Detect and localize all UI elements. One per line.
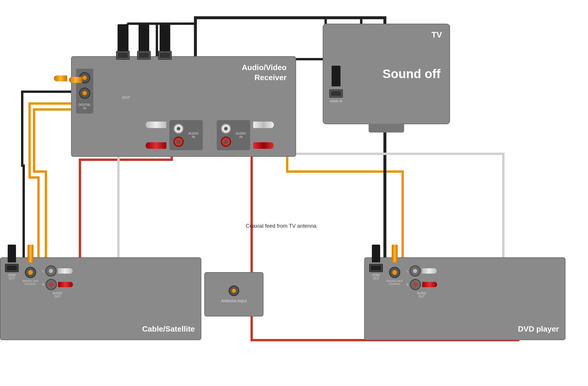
receiver-hdmi-port-2 [137,24,151,60]
receiver-hdmi-port-1 [116,24,130,60]
dvd-hdmi-out-group: HDMIOUT [369,264,383,280]
tv-box: TV Sound off HDMI IN [323,24,450,124]
receiver-box: OUT Audio/VideoReceiver DIGITALIN [71,56,296,157]
audio-in-label-1: AUDIOIN [188,132,199,139]
digital-in-label: DIGITALIN [78,103,91,110]
dvd-audio-out-group: L R [407,264,437,298]
hdmi-out-label: OUT [122,95,130,100]
receiver-hdmi-port-3 [158,24,172,60]
audio-in-label-2: AUDIOIN [236,132,246,139]
antenna-port [229,285,239,296]
cable-hdmi-out-group: HDMIOUT [5,264,19,280]
cable-hdmi-out-label: HDMIOUT [8,274,16,280]
antenna-label: Antenna Input [221,298,247,303]
dvd-label: DVD player [518,324,559,334]
diagram-container: OUT Audio/VideoReceiver DIGITALIN [0,0,588,386]
audio-in-white-port-2 [221,124,231,134]
cable-satellite-box: Cable/Satellite HDMIOUT DIGITAL [0,257,201,340]
tv-hdmi-in: HDMI IN [329,66,343,103]
audio-in-panel-right: AUDIOIN [217,120,250,150]
dvd-hdmi-out-label: HDMIOUT [372,274,380,280]
audio-in-panel-left: AUDIOIN [169,120,203,150]
dvd-digital-out-label: DIGITAL OUTCOAXIAL [386,280,403,285]
cable-audio-out-group: L R [42,264,73,298]
audio-in-red-port-2 [221,137,231,147]
digital-in-port-2 [79,88,90,99]
tv-stand [369,124,404,133]
cable-audio-out-label: AUDIOOUT [53,292,62,298]
dvd-digital-out-group: DIGITAL OUTCOAXIAL [386,264,403,285]
antenna-input-box: Antenna Input [204,272,264,316]
dvd-audio-out-label: AUDIOOUT [417,292,426,298]
coaxial-feed-label: Coaxial feed from TV antenna [246,222,317,230]
dvd-player-box: DVD player HDMIOUT DIGITAL OUTCOAXIAL [364,257,565,340]
receiver-label: Audio/VideoReceiver [242,63,287,83]
tv-label: TV [431,30,442,40]
cable-digital-out-label: DIGITAL OUTCOAXIAL [22,280,39,285]
audio-in-red-port-1 [173,137,184,147]
tv-hdmi-in-label: HDMI IN [330,99,342,103]
cable-label: Cable/Satellite [142,324,195,334]
sound-off-label: Sound off [383,67,441,81]
audio-in-white-port-1 [173,124,184,134]
cable-digital-out-group: DIGITAL OUTCOAXIAL [22,264,39,285]
